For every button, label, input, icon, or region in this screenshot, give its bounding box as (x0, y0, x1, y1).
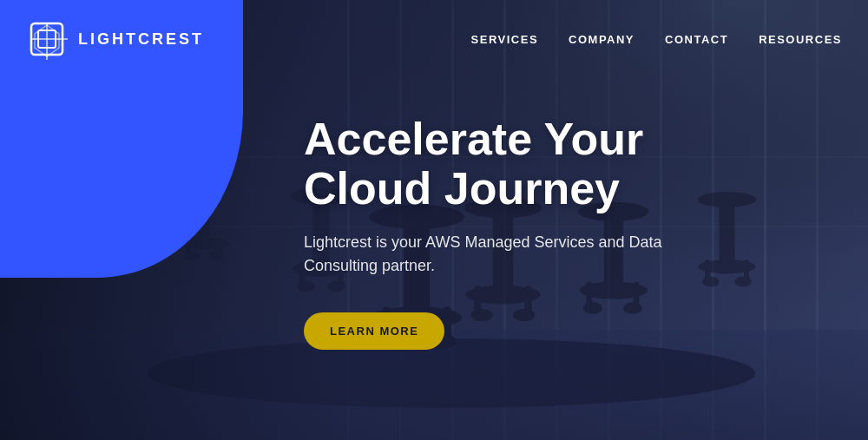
main-nav: SERVICES COMPANY CONTACT RESOURCES (471, 33, 842, 46)
logo-icon (26, 18, 68, 60)
learn-more-button[interactable]: LEARN MORE (304, 312, 444, 350)
hero-content: Accelerate Your Cloud Journey Lightcrest… (304, 114, 738, 349)
hero-title: Accelerate Your Cloud Journey (304, 114, 738, 213)
nav-contact[interactable]: CONTACT (665, 33, 728, 46)
logo-area[interactable]: LIGHTCREST (26, 18, 204, 60)
brand-name: LIGHTCREST (78, 30, 204, 49)
page-wrapper: LIGHTCREST SERVICES COMPANY CONTACT RESO… (0, 0, 868, 440)
nav-resources[interactable]: RESOURCES (759, 33, 842, 46)
nav-company[interactable]: COMPANY (569, 33, 635, 46)
hero-subtitle: Lightcrest is your AWS Managed Services … (304, 231, 738, 278)
nav-services[interactable]: SERVICES (471, 33, 539, 46)
site-header: LIGHTCREST SERVICES COMPANY CONTACT RESO… (0, 0, 868, 78)
